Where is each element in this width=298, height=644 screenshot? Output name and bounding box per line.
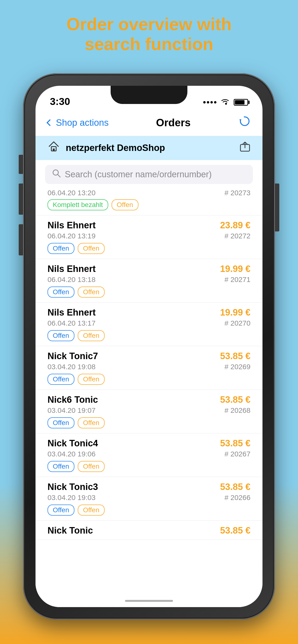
order-amount: 53.85 €	[220, 394, 250, 405]
tag-offen-orange: Offen	[78, 417, 105, 428]
home-indicator	[125, 600, 173, 602]
order-date: 06.04.20 13:17	[48, 319, 95, 327]
chevron-left-icon	[47, 119, 53, 126]
order-name: Nick Tonic4	[48, 438, 98, 448]
svg-line-5	[58, 174, 60, 177]
order-number: # 20266	[225, 494, 250, 502]
search-icon	[52, 169, 61, 180]
list-item[interactable]: 06.04.20 13:20 # 20273 Komplett bezahlt …	[36, 189, 262, 216]
order-date: 03.04.20 19:03	[48, 494, 95, 502]
list-item[interactable]: Nils Ehnert 19.99 € 06.04.20 13:17 # 202…	[36, 302, 262, 346]
signal-icon	[203, 101, 216, 104]
nav-title: Orders	[156, 117, 191, 129]
refresh-button[interactable]	[238, 115, 250, 130]
order-amount: 53.85 €	[220, 526, 250, 536]
tag-offen-orange: Offen	[78, 461, 105, 472]
order-name: Nils Ehnert	[48, 308, 96, 318]
phone-screen: 3:30	[36, 86, 262, 607]
list-item[interactable]: Nick Tonic7 53.85 € 03.04.20 19:08 # 202…	[36, 346, 262, 390]
order-date: 03.04.20 19:06	[48, 450, 95, 458]
order-number: # 20273	[225, 189, 250, 199]
list-item[interactable]: Nils Ehnert 19.99 € 06.04.20 13:18 # 202…	[36, 259, 262, 302]
order-name: Nick Tonic	[48, 526, 93, 536]
order-number: # 20271	[225, 276, 250, 284]
order-amount: 19.99 €	[220, 308, 250, 318]
order-tags: Offen Offen	[48, 461, 250, 472]
tag-offen-blue: Offen	[48, 374, 74, 385]
status-time: 3:30	[50, 96, 70, 107]
search-bar-wrapper: Search (customer name/ordernumber)	[36, 160, 262, 189]
order-number: # 20268	[225, 406, 250, 414]
order-amount: 23.89 €	[220, 220, 250, 230]
volume-down-button[interactable]	[19, 224, 23, 256]
order-date: 03.04.20 19:08	[48, 363, 95, 371]
tag-offen-blue: Offen	[48, 286, 74, 298]
tag-offen: Offen	[112, 199, 138, 210]
share-icon[interactable]	[239, 141, 250, 155]
tag-offen-orange: Offen	[78, 286, 105, 298]
search-placeholder: Search (customer name/ordernumber)	[65, 170, 212, 180]
phone-mockup: 3:30	[23, 73, 275, 620]
order-amount: 53.85 €	[220, 438, 250, 448]
search-bar[interactable]: Search (customer name/ordernumber)	[45, 165, 253, 184]
svg-rect-2	[53, 148, 55, 151]
order-name: Nick Tonic7	[48, 351, 98, 361]
tag-offen-blue: Offen	[48, 461, 74, 472]
list-item[interactable]: Nick Tonic4 53.85 € 03.04.20 19:06 # 202…	[36, 434, 262, 477]
order-tags: Offen Offen	[48, 243, 250, 254]
list-item[interactable]: Nick Tonic 53.85 €	[36, 520, 262, 540]
order-name: Nick6 Tonic	[48, 394, 98, 405]
volume-up-button[interactable]	[19, 184, 23, 215]
order-tags: Offen Offen	[48, 286, 250, 298]
navigation-bar: Shop actions Orders	[36, 110, 262, 136]
order-date: 03.04.20 19:07	[48, 406, 95, 414]
tag-komplett-bezahlt: Komplett bezahlt	[48, 199, 108, 210]
silent-button	[19, 155, 23, 174]
order-date: 06.04.20 13:18	[48, 276, 95, 284]
back-label: Shop actions	[56, 118, 109, 128]
order-tags: Offen Offen	[48, 374, 250, 385]
order-tags: Offen Offen	[48, 504, 250, 516]
tag-offen-blue: Offen	[48, 243, 74, 254]
tag-offen-orange: Offen	[78, 374, 105, 385]
order-amount: 53.85 €	[220, 482, 250, 492]
order-name: Nils Ehnert	[48, 264, 96, 274]
order-number: # 20267	[225, 450, 250, 458]
shop-name: netzperfekt DemoShop	[66, 143, 165, 153]
order-tags: Offen Offen	[48, 417, 250, 428]
list-item[interactable]: Nils Ehnert 23.89 € 06.04.20 13:19 # 202…	[36, 216, 262, 259]
list-item[interactable]: Nick6 Tonic 53.85 € 03.04.20 19:07 # 202…	[36, 390, 262, 434]
shop-info: netzperfekt DemoShop	[48, 140, 165, 156]
tag-offen-orange: Offen	[78, 330, 105, 341]
order-date: 06.04.20 13:20	[48, 189, 95, 197]
list-item[interactable]: Nick Tonic3 53.85 € 03.04.20 19:03 # 202…	[36, 477, 262, 520]
order-name: Nick Tonic3	[48, 482, 98, 492]
order-tags: Komplett bezahlt Offen	[48, 199, 250, 210]
order-number: # 20272	[225, 232, 250, 240]
tag-offen-blue: Offen	[48, 417, 74, 428]
order-amount: 19.99 €	[220, 264, 250, 274]
orders-list: 06.04.20 13:20 # 20273 Komplett bezahlt …	[36, 189, 262, 607]
tag-offen-blue: Offen	[48, 504, 74, 516]
power-button[interactable]	[275, 184, 279, 232]
notch	[111, 86, 187, 104]
tag-offen-orange: Offen	[78, 504, 105, 516]
status-icons	[203, 97, 248, 107]
wifi-icon	[220, 97, 230, 107]
order-number: # 20270	[225, 319, 250, 327]
svg-marker-0	[239, 119, 241, 122]
order-date: 06.04.20 13:19	[48, 232, 95, 240]
order-number: # 20269	[225, 363, 250, 371]
tag-offen-blue: Offen	[48, 330, 74, 341]
page-title: Order overview with search function	[47, 14, 251, 54]
shop-header: netzperfekt DemoShop	[36, 136, 262, 160]
battery-icon	[234, 99, 248, 106]
tag-offen-orange: Offen	[78, 243, 105, 254]
back-button[interactable]: Shop actions	[48, 118, 109, 128]
order-name: Nils Ehnert	[48, 220, 96, 230]
house-icon	[48, 140, 60, 156]
order-tags: Offen Offen	[48, 330, 250, 341]
order-amount: 53.85 €	[220, 351, 250, 361]
